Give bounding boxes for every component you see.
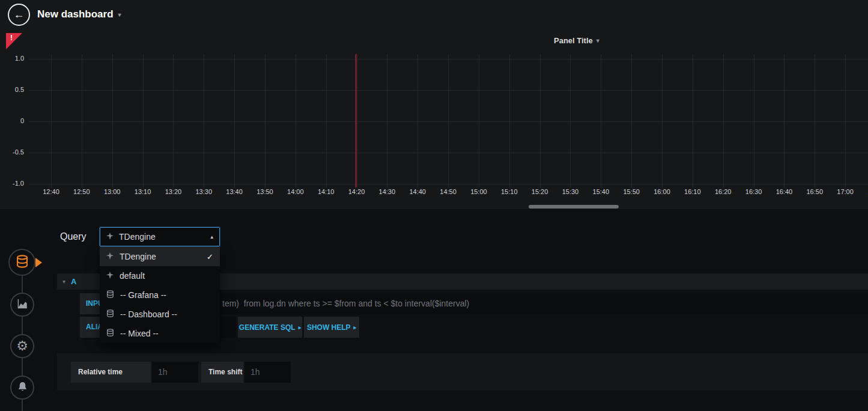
x-axis-tick-label: 13:00 [97,188,127,195]
grid-vline [204,54,204,187]
datasource-selected-value: TDengine [119,232,156,242]
grid-vline [693,54,693,187]
grid-vline [784,54,785,187]
graph-panel: ! Panel Title ▾ 12:4012:5013:0013:1013:2… [0,30,868,209]
sql-input[interactable]: tem) from log.dn where ts >= $from and t… [147,293,868,314]
grid-vline [540,54,541,187]
grid-vline [601,54,601,187]
relative-time-label: Relative time [71,362,151,383]
datasource-select[interactable]: TDengine ▴ [100,227,220,246]
gear-icon: ⚙ [16,339,28,353]
panel-editor: ⚙ Query TDengine ▴ ▾ A INPUT SQL [0,209,868,411]
time-shift-label: Time shift [201,362,243,383]
y-axis-tick-label: -0.5 [0,148,24,156]
x-axis-tick-label: 15:10 [494,188,524,195]
x-axis-tick-label: 16:20 [708,188,738,195]
grid-hline [29,184,868,184]
x-axis-tick-label: 13:40 [219,188,249,195]
tab-queries[interactable] [8,249,35,276]
y-axis-tick-label: 1.0 [0,55,24,62]
grid-vline [631,54,632,187]
datasource-dropdown: TDengine ✓ default -- Grafana -- [100,247,220,343]
horizontal-scrollbar[interactable] [529,205,619,209]
grid-vline [265,54,266,187]
grid-vline [448,54,449,187]
x-axis-tick-label: 13:10 [128,188,158,195]
option-label: -- Grafana -- [120,290,166,300]
x-axis-tick-label: 15:20 [525,188,555,195]
x-axis-tick-label: 15:00 [464,188,494,195]
x-axis-tick-label: 16:40 [769,188,799,195]
x-axis-tick-label: 16:10 [678,188,708,195]
tab-alert[interactable] [10,376,34,400]
sql-text: tem) from log.dn where ts >= $from and t… [222,293,469,314]
plot-area: 12:4012:5013:0013:1013:2013:3013:4013:50… [0,33,868,205]
annotation-line [356,54,356,187]
chevron-right-icon: ▸ [299,324,302,330]
database-icon [106,329,114,338]
grid-vline [479,54,479,187]
top-header: ← New dashboard ▾ [0,0,868,30]
x-axis-tick-label: 13:30 [189,188,219,195]
grid-vline [173,54,174,187]
option-label: -- Dashboard -- [120,309,177,319]
x-axis-tick-label: 15:40 [586,188,616,195]
graph-icon [17,298,28,312]
bell-icon [17,381,28,395]
grafana-edit-page: ← New dashboard ▾ ! Panel Title ▾ 12:401… [0,0,868,411]
y-axis-tick-label: 0.5 [0,86,24,93]
x-axis-tick-label: 16:30 [739,188,769,195]
x-axis-tick-label: 15:30 [555,188,585,195]
x-axis-tick-label: 12:50 [67,188,97,195]
datasource-option-default[interactable]: default [100,266,220,285]
grid-vline [723,54,724,187]
relative-time-input[interactable]: 1h [152,362,198,383]
grid-vline [815,54,815,187]
show-help-label: SHOW HELP [307,323,351,332]
option-label: TDengine [120,252,156,261]
grid-hline [29,153,868,153]
database-icon [106,309,114,319]
plugin-star-icon [106,271,114,281]
datasource-option-grafana[interactable]: -- Grafana -- [100,285,220,305]
back-button[interactable]: ← [8,4,30,26]
y-axis-tick-label: -1.0 [0,180,24,187]
database-icon [106,290,114,300]
x-axis-tick-label: 16:50 [800,188,830,195]
active-tab-pointer [35,258,42,267]
time-shift-input[interactable]: 1h [244,362,291,383]
plugin-star-icon [106,252,114,261]
chevron-down-icon: ▾ [118,11,121,18]
query-ref-letter: A [71,277,76,286]
grid-hline [29,121,868,122]
query-section-label: Query [60,231,86,242]
x-axis-tick-label: 17:00 [830,188,860,195]
grid-vline [143,54,144,187]
check-icon: ✓ [207,252,213,261]
grid-hline [29,90,868,91]
chevron-right-icon: ▸ [354,324,357,330]
option-label: -- Mixed -- [120,329,159,338]
back-arrow-icon: ← [14,8,25,21]
grid-vline [51,54,52,187]
grid-vline [234,54,235,187]
x-axis-tick-label: 15:50 [616,188,646,195]
grid-vline [845,54,846,187]
show-help-button[interactable]: SHOW HELP ▸ [304,317,359,338]
generate-sql-label: GENERATE SQL [239,323,296,332]
grid-vline [357,54,357,187]
x-axis-tick-label: 14:50 [433,188,463,195]
grid-vline [509,54,510,187]
grid-vline [387,54,387,187]
datasource-option-tdengine[interactable]: TDengine ✓ [100,247,220,266]
generate-sql-button[interactable]: GENERATE SQL ▸ [238,317,302,338]
tab-general[interactable]: ⚙ [10,334,34,358]
datasource-option-dashboard[interactable]: -- Dashboard -- [100,305,220,324]
chevron-up-icon: ▴ [210,234,213,240]
grid-vline [82,54,82,187]
dashboard-title-menu[interactable]: New dashboard ▾ [37,8,121,20]
x-axis-tick-label: 14:40 [402,188,432,195]
datasource-option-mixed[interactable]: -- Mixed -- [100,324,220,343]
tab-visualization[interactable] [10,293,34,317]
x-axis-tick-label: 13:50 [250,188,280,195]
